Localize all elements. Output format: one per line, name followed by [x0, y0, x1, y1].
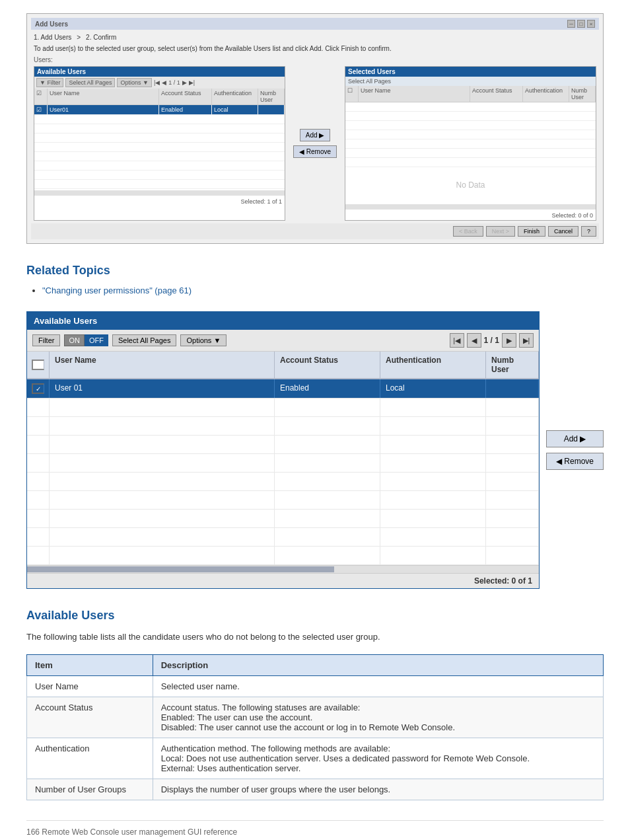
- breadcrumb: 1. Add Users > 2. Confirm: [31, 32, 599, 42]
- remove-button-large[interactable]: ◀ Remove: [546, 453, 604, 470]
- nav-last-button[interactable]: ▶|: [519, 333, 534, 348]
- side-buttons: Add ▶ ◀ Remove: [546, 311, 604, 589]
- filter-off-label[interactable]: OFF: [85, 334, 108, 346]
- table-cell-item: Number of User Groups: [27, 779, 153, 800]
- select-all-pages-small[interactable]: Select All Pages: [345, 77, 596, 86]
- empty-row-small: [34, 161, 285, 171]
- table-cell-item: Authentication: [27, 738, 153, 779]
- empty-rows-right-small: [345, 102, 596, 167]
- col-item-header: Item: [27, 654, 153, 675]
- topic-link-0[interactable]: "Changing user permissions" (page 61): [42, 286, 192, 295]
- au-empty-rows: [27, 399, 539, 565]
- page-total: 1: [495, 336, 499, 345]
- table-row: Account StatusAccount status. The follow…: [27, 697, 604, 738]
- filter-button[interactable]: Filter: [32, 334, 60, 346]
- large-panel-area: Available Users Filter ON OFF Select All…: [26, 311, 604, 589]
- dialog-titlebar: Add Users ─ □ ×: [31, 18, 599, 30]
- auth-small: Local: [212, 105, 258, 115]
- au-toolbar: Filter ON OFF Select All Pages Options ▼…: [27, 330, 539, 352]
- empty-row-small: [34, 152, 285, 161]
- dialog-screenshot: Add Users ─ □ × 1. Add Users > 2. Confir…: [26, 13, 604, 244]
- close-icon[interactable]: ×: [587, 20, 595, 28]
- finish-button-small[interactable]: Finish: [518, 226, 545, 237]
- status-of-label: of: [518, 576, 526, 586]
- au-account-status-value: Enabled: [275, 379, 380, 398]
- add-button-small[interactable]: Add ▶: [300, 129, 331, 141]
- au-user-name-value: User 01: [50, 379, 275, 398]
- scroll-bar-right-small[interactable]: [345, 204, 596, 210]
- list-item: "Changing user permissions" (page 61): [42, 286, 604, 295]
- empty-row-small: [34, 124, 285, 134]
- select-all-pages-button[interactable]: Select All Pages: [112, 334, 177, 346]
- empty-row: [27, 454, 539, 473]
- cancel-button-small[interactable]: Cancel: [548, 226, 578, 237]
- back-button-small[interactable]: < Back: [453, 226, 483, 237]
- empty-row-small: [34, 180, 285, 189]
- empty-row: [27, 436, 539, 454]
- page-sep: /: [491, 336, 493, 345]
- options-button[interactable]: Options ▼: [180, 334, 227, 346]
- table-row: Number of User GroupsDisplays the number…: [27, 779, 604, 800]
- nav-last-small[interactable]: ▶|: [189, 79, 195, 86]
- sel-col-numb-small: Numb User: [569, 86, 596, 102]
- col-numb-small: Numb User: [258, 89, 285, 104]
- filter-btn-small[interactable]: ▼ Filter: [36, 78, 63, 87]
- data-row-selected-small[interactable]: ☑ User01 Enabled Local: [34, 105, 285, 115]
- nav-next-small[interactable]: ▶: [182, 79, 187, 86]
- nav-first-button[interactable]: |◀: [450, 333, 464, 348]
- status-total: 1: [528, 576, 532, 586]
- nav-prev-button[interactable]: ◀: [467, 333, 481, 348]
- empty-row-small: [34, 134, 285, 143]
- add-button-large[interactable]: Add ▶: [546, 430, 604, 447]
- empty-row-small: [34, 171, 285, 180]
- sel-col-username-small: User Name: [359, 86, 470, 102]
- options-btn-small[interactable]: Options ▼: [117, 78, 151, 87]
- minimize-icon[interactable]: ─: [567, 20, 575, 28]
- page-info-small: 1 / 1: [168, 79, 180, 86]
- au-col-headers: User Name Account Status Authentication …: [27, 352, 539, 379]
- au-panel-header: Available Users: [27, 312, 539, 330]
- empty-row: [27, 547, 539, 565]
- table-row: User NameSelected user name.: [27, 675, 604, 697]
- header-checkbox[interactable]: [32, 360, 44, 370]
- page-info: 1 / 1: [484, 336, 499, 345]
- col-acct-small: Account Status: [159, 89, 212, 104]
- help-button-small[interactable]: ?: [581, 226, 596, 237]
- empty-row: [27, 491, 539, 510]
- au-selected-row[interactable]: User 01 Enabled Local: [27, 379, 539, 399]
- empty-row: [27, 417, 539, 436]
- status-value: 0: [512, 576, 516, 586]
- nav-next-button[interactable]: ▶: [502, 333, 516, 348]
- col-username-small: User Name: [48, 89, 159, 104]
- dialog-title: Add Users: [35, 20, 68, 28]
- available-users-header-small: Available Users: [34, 67, 285, 77]
- table-cell-description: Selected user name.: [153, 675, 603, 697]
- col-auth-small: Authentication: [212, 89, 258, 104]
- col-headers-small: ☑ User Name Account Status Authenticatio…: [34, 89, 285, 105]
- footer-text: 166 Remote Web Console user management G…: [26, 827, 237, 837]
- select-all-btn-small[interactable]: Select All Pages: [65, 78, 115, 87]
- available-users-section: Available Users The following table list…: [26, 609, 604, 800]
- description-table: Item Description User NameSelected user …: [26, 654, 604, 800]
- restore-icon[interactable]: □: [577, 20, 585, 28]
- empty-row: [27, 510, 539, 528]
- au-scroll-bar[interactable]: [27, 565, 539, 573]
- au-col-user-name: User Name: [50, 352, 275, 378]
- related-topics-heading: Related Topics: [26, 264, 604, 278]
- nav-prev-small[interactable]: ◀: [162, 79, 166, 86]
- remove-button-small[interactable]: ◀ Remove: [293, 145, 337, 158]
- dialog-footer-btns: < Back Next > Finish Cancel ?: [31, 223, 599, 239]
- dialog-instruction: To add user(s) to the selected user grou…: [31, 45, 599, 52]
- au-scroll-thumb: [27, 566, 334, 572]
- nav-controls: |◀ ◀ 1 / 1 ▶ ▶|: [450, 333, 534, 348]
- status-right-small: Selected: 0 of 0: [345, 211, 596, 220]
- nav-first-small[interactable]: |◀: [154, 79, 160, 86]
- next-button-small[interactable]: Next >: [486, 226, 515, 237]
- table-cell-item: Account Status: [27, 697, 153, 738]
- row-checkbox-checked[interactable]: [32, 383, 44, 394]
- filter-on-label[interactable]: ON: [64, 334, 85, 346]
- au-numb-user-value: [486, 379, 539, 398]
- empty-row: [27, 399, 539, 417]
- scroll-bar-left-small[interactable]: [34, 190, 285, 196]
- breadcrumb-sep: >: [77, 34, 81, 41]
